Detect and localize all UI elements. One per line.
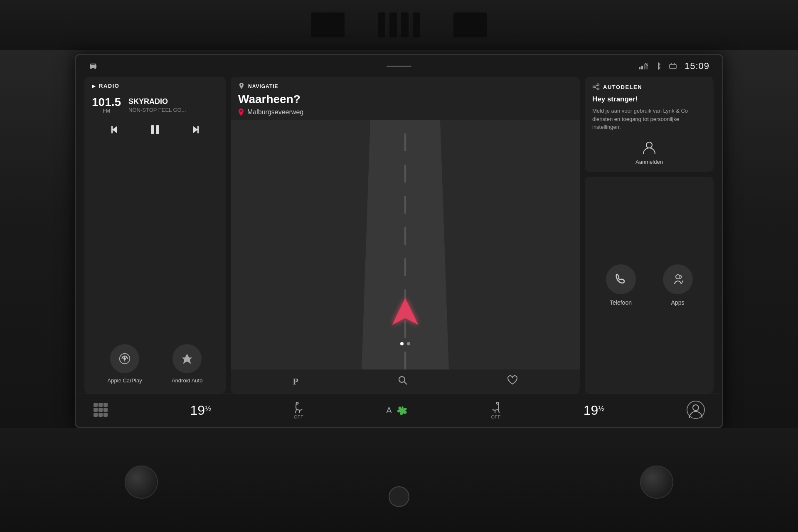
card-phone-apps: Telefoon Apps xyxy=(585,177,714,394)
svg-rect-2 xyxy=(639,67,640,69)
svg-point-44 xyxy=(693,405,699,411)
radio-title: RADIO xyxy=(99,83,119,89)
radio-apps: Apple CarPlay Android Auto xyxy=(84,142,226,394)
radio-pause-button[interactable] xyxy=(151,125,159,136)
svg-point-22 xyxy=(399,377,405,382)
nav-dot-2 xyxy=(407,342,410,345)
radio-info: 101.5 FM SKYRADIO NON-STOP FEEL GO... xyxy=(84,93,226,119)
panel-right: AUTODELEN Hey stranger! Meld je aan voor… xyxy=(585,77,714,394)
apps-circle xyxy=(663,264,693,294)
nav-header-row: NAVIGATIE xyxy=(238,83,572,90)
nav-header-title: NAVIGATIE xyxy=(248,84,278,89)
radio-freq-unit: FM xyxy=(92,108,121,114)
climate-temp-right-value: 19 xyxy=(584,403,598,418)
app-android-label: Android Auto xyxy=(172,377,202,384)
fan-icon xyxy=(395,404,409,417)
app-android-circle xyxy=(172,344,202,373)
svg-point-25 xyxy=(597,88,599,90)
svg-marker-17 xyxy=(182,354,192,364)
svg-rect-10 xyxy=(111,126,113,133)
nav-favorites-button[interactable] xyxy=(507,375,518,388)
vent-center-4 xyxy=(413,12,420,37)
aanmelden-area[interactable]: Aanmelden xyxy=(592,138,706,165)
phone-button-label: Telefoon xyxy=(610,299,632,306)
climate-temp-right[interactable]: 19 ½ xyxy=(584,403,605,418)
map-area[interactable] xyxy=(231,120,580,369)
svg-rect-35 xyxy=(99,408,103,412)
svg-rect-3 xyxy=(641,66,643,69)
radio-station-info: SKYRADIO NON-STOP FEEL GO... xyxy=(128,97,218,113)
radio-prev-button[interactable] xyxy=(111,125,122,136)
svg-rect-36 xyxy=(103,408,108,412)
status-right: 15:09 xyxy=(639,61,709,71)
svg-marker-13 xyxy=(193,126,198,133)
status-time: 15:09 xyxy=(685,61,709,71)
svg-rect-11 xyxy=(151,125,154,134)
svg-rect-32 xyxy=(99,403,103,407)
radio-play-icon: ▶ xyxy=(92,83,96,89)
svg-rect-31 xyxy=(94,403,98,407)
vent-center-3 xyxy=(401,12,409,37)
autodelen-header: AUTODELEN xyxy=(592,84,706,90)
apps-button-label: Apps xyxy=(671,299,685,306)
climate-temp-left[interactable]: 19 ½ xyxy=(190,403,212,418)
nav-search-button[interactable] xyxy=(398,375,408,388)
apps-button[interactable]: Apps xyxy=(663,264,693,306)
app-android-auto[interactable]: Android Auto xyxy=(172,344,202,384)
car-status-icon xyxy=(89,63,98,69)
radio-panel-header: ▶ RADIO xyxy=(84,77,226,93)
vent-left xyxy=(311,12,345,37)
app-carplay[interactable]: Apple CarPlay xyxy=(108,344,142,384)
vent-top xyxy=(0,0,798,50)
aanmelden-label: Aanmelden xyxy=(635,159,663,165)
screen: 15:09 ▶ RADIO 101.5 FM xyxy=(76,55,722,427)
radio-station-sub: NON-STOP FEEL GO... xyxy=(128,107,218,113)
nav-location-icon xyxy=(238,83,245,90)
svg-rect-38 xyxy=(99,413,103,417)
bottom-frame xyxy=(0,428,798,532)
nav-page-dots xyxy=(400,342,410,345)
nav-top: NAVIGATIE Waarheen? Malburgseveerweg xyxy=(231,77,580,120)
radio-station-name: SKYRADIO xyxy=(128,97,218,106)
nav-destination-text: Malburgseveerweg xyxy=(247,108,303,116)
autodelen-title-label: AUTODELEN xyxy=(603,84,642,90)
svg-point-26 xyxy=(593,86,595,88)
svg-rect-14 xyxy=(197,126,199,133)
climate-menu-icon[interactable] xyxy=(93,402,108,419)
svg-rect-12 xyxy=(156,125,159,134)
seat-left-icon xyxy=(293,402,305,414)
climate-temp-right-decimal: ½ xyxy=(598,404,604,413)
vent-center-1 xyxy=(378,12,385,37)
nav-parking-button[interactable]: P xyxy=(293,376,298,387)
climate-seat-left[interactable]: OFF xyxy=(293,402,305,419)
screen-wrapper: 15:09 ▶ RADIO 101.5 FM xyxy=(75,54,723,428)
left-knob[interactable] xyxy=(125,466,158,499)
svg-point-16 xyxy=(123,357,126,360)
svg-line-23 xyxy=(404,382,407,384)
radio-freq-number: 101.5 xyxy=(92,96,121,108)
svg-line-27 xyxy=(595,85,597,86)
map-svg xyxy=(231,120,580,369)
nav-dot-1 xyxy=(400,342,404,345)
right-knob[interactable] xyxy=(640,466,673,499)
vent-center-2 xyxy=(389,12,397,37)
user-profile-button[interactable] xyxy=(686,400,705,421)
autodelen-greeting: Hey stranger! xyxy=(592,95,706,103)
climate-bar: 19 ½ OFF A xyxy=(76,394,722,427)
card-autodelen: AUTODELEN Hey stranger! Meld je aan voor… xyxy=(585,77,714,172)
radio-next-button[interactable] xyxy=(188,125,199,136)
phone-button[interactable]: Telefoon xyxy=(606,264,636,306)
svg-point-30 xyxy=(676,275,680,279)
phone-circle xyxy=(606,264,636,294)
vent-right xyxy=(453,12,487,37)
svg-rect-33 xyxy=(103,403,108,407)
climate-temp-left-decimal: ½ xyxy=(205,404,211,413)
nav-main-title[interactable]: Waarheen? xyxy=(238,93,572,106)
climate-seat-right[interactable]: OFF xyxy=(490,402,502,419)
svg-line-28 xyxy=(595,87,597,89)
home-button[interactable] xyxy=(389,486,409,507)
climate-fan-control[interactable]: A xyxy=(386,404,408,417)
app-carplay-circle xyxy=(110,344,139,373)
nav-destination-row: Malburgseveerweg xyxy=(238,108,572,116)
svg-point-1 xyxy=(94,67,96,69)
